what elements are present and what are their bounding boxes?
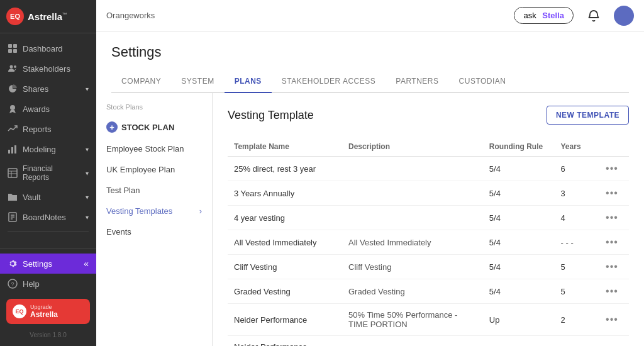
grid-icon [8,43,18,53]
cell-years: - - - [555,230,600,255]
svg-point-6 [10,105,15,110]
tab-custodian[interactable]: CUSTODIAN [449,70,516,93]
table-icon [8,168,18,178]
topbar: Orangeworks ask Stella [96,0,644,31]
boardnotes-chevron: ▾ [86,214,89,221]
sidebar-item-awards[interactable]: Awards [0,99,96,119]
cell-description: split award [342,336,483,347]
upgrade-icon: EQ [13,304,26,318]
logo-text: Astrella™ [28,11,67,22]
sidebar-item-reports[interactable]: Reports [0,119,96,139]
cell-description [342,206,483,230]
cell-actions: ••• [599,279,629,304]
logo-icon: EQ [6,8,24,25]
shares-chevron: ▾ [86,86,89,92]
cell-description [342,181,483,206]
cell-rounding: 5/4 [483,255,555,279]
settings-sidebar-uk-employee-plan[interactable]: UK Employee Plan [96,159,212,180]
table-row: All Vested Immediately All Vested Immedi… [228,230,629,255]
tab-company[interactable]: COMPANY [111,70,171,93]
tab-partners[interactable]: PARTNERS [386,70,448,93]
sidebar-nav: Dashboard Stakeholders Shares ▾ Awards R… [0,33,96,248]
company-name: Orangeworks [106,11,155,20]
cell-years: 2 [555,304,600,336]
ask-stella-button[interactable]: ask Stella [514,7,574,24]
panel-title: Vesting Template [228,109,314,122]
svg-rect-7 [8,150,10,153]
user-avatar[interactable] [614,6,634,26]
settings-sidebar-test-plan[interactable]: Test Plan [96,180,212,201]
col-description: Description [342,137,483,157]
more-options-button[interactable]: ••• [606,212,618,223]
panel-header: Vesting Template NEW TEMPLATE [228,106,629,125]
cell-years: 6 [555,157,600,181]
vesting-templates-arrow: › [199,206,202,216]
sidebar-item-boardnotes[interactable]: BoardNotes ▾ [0,207,96,227]
cell-name: Neider Performance EVENT Portion [228,336,342,347]
version-label: Version 1.8.0 [0,329,96,341]
sidebar-item-stakeholders[interactable]: Stakeholders [0,59,96,79]
tab-plans[interactable]: PLANS [225,70,272,93]
sidebar: EQ Astrella™ Dashboard Stakeholders Shar… [0,0,96,346]
cell-years: 5 [555,279,600,304]
cell-actions: ••• [599,255,629,279]
cell-rounding: 5/4 [483,230,555,255]
cell-name: 3 Years Annually [228,181,342,206]
col-rounding-rule: Rounding Rule [483,137,555,157]
cell-actions: ••• [599,206,629,230]
cell-name: Cliff Vesting [228,255,342,279]
tab-system[interactable]: SYSTEM [171,70,224,93]
more-options-button[interactable]: ••• [606,237,618,247]
svg-text:?: ? [11,281,14,287]
collapse-sidebar-icon[interactable]: « [84,259,89,269]
cell-years: 3 [555,181,600,206]
settings-title: Settings [111,44,629,60]
cell-actions: ••• [599,230,629,255]
modeling-chevron: ▾ [86,146,89,153]
cell-description: Cliff Vesting [342,255,483,279]
people-icon [8,64,18,74]
sidebar-item-modeling[interactable]: Modeling ▾ [0,139,96,159]
sidebar-item-help[interactable]: ? Help [0,274,96,294]
more-options-button[interactable]: ••• [606,286,618,296]
cell-actions: ••• [599,304,629,336]
new-template-button[interactable]: NEW TEMPLATE [547,106,629,125]
settings-sidebar-events[interactable]: Events [96,221,212,242]
sidebar-item-settings[interactable]: Settings « [0,254,96,274]
settings-sidebar: Stock Plans + STOCK PLAN Employee Stock … [96,93,213,346]
more-options-button[interactable]: ••• [606,163,618,174]
tab-stakeholder-access[interactable]: STAKEHOLDER ACCESS [272,70,386,93]
sidebar-item-shares[interactable]: Shares ▾ [0,79,96,99]
award-icon [8,104,18,114]
cell-rounding: Up [483,304,555,336]
settings-tabs: COMPANY SYSTEM PLANS STAKEHOLDER ACCESS … [111,70,629,93]
stock-plan-header-item[interactable]: + STOCK PLAN [96,116,212,138]
main-content: Orangeworks ask Stella Settings COMPANY … [96,0,644,346]
more-options-button[interactable]: ••• [606,261,618,272]
sidebar-item-vault[interactable]: Vault ▾ [0,187,96,207]
logo[interactable]: EQ Astrella™ [0,0,96,33]
cell-years: 4 [555,206,600,230]
upgrade-box[interactable]: EQ Upgrade Astrella [6,299,90,324]
sidebar-item-financial-reports[interactable]: Financial Reports ▾ [0,159,96,187]
more-options-button[interactable]: ••• [606,314,618,325]
cell-description: All Vested Immediately [342,230,483,255]
settings-header: Settings COMPANY SYSTEM PLANS STAKEHOLDE… [96,31,644,93]
vesting-templates-panel: Vesting Template NEW TEMPLATE Template N… [213,93,644,346]
nav-divider [8,231,89,232]
sidebar-item-dashboard[interactable]: Dashboard [0,38,96,59]
settings-sidebar-vesting-templates[interactable]: Vesting Templates › [96,201,212,221]
table-row: Neider Performance 50% Time 50% Performa… [228,304,629,336]
sidebar-bottom: Settings « ? Help EQ Upgrade Astrella Ve… [0,248,96,346]
svg-rect-3 [13,49,17,53]
cell-actions: ••• [599,336,629,347]
cell-rounding: 5/4 [483,181,555,206]
more-options-button[interactable]: ••• [606,187,618,198]
svg-rect-8 [11,147,13,153]
notification-icon[interactable] [584,6,604,26]
upgrade-pre-label: Upgrade [30,304,58,310]
upgrade-label: Astrella [30,310,58,319]
cell-name: 4 year vesting [228,206,342,230]
settings-sidebar-employee-stock-plan[interactable]: Employee Stock Plan [96,138,212,159]
table-row: Neider Performance EVENT Portion split a… [228,336,629,347]
